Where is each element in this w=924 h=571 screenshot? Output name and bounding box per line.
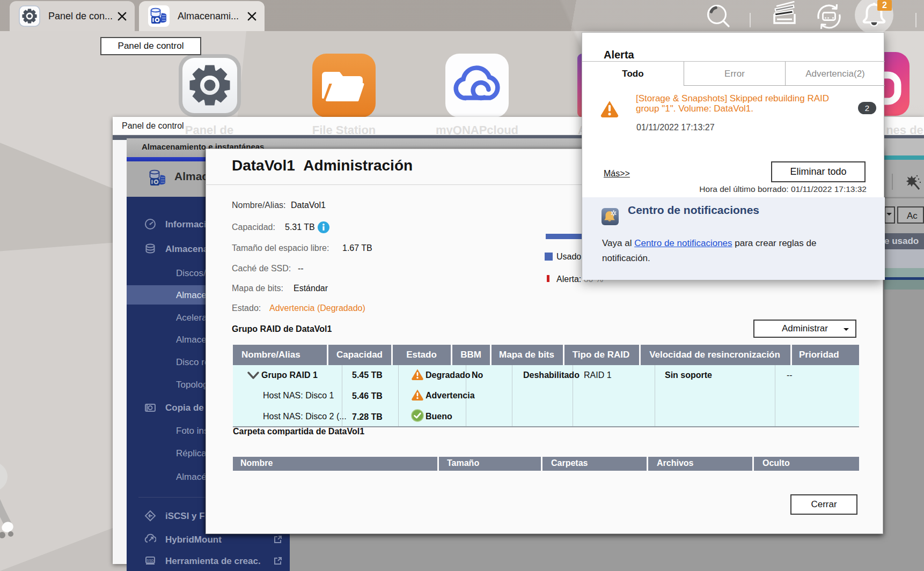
svg-text:SSD: SSD <box>146 559 154 562</box>
